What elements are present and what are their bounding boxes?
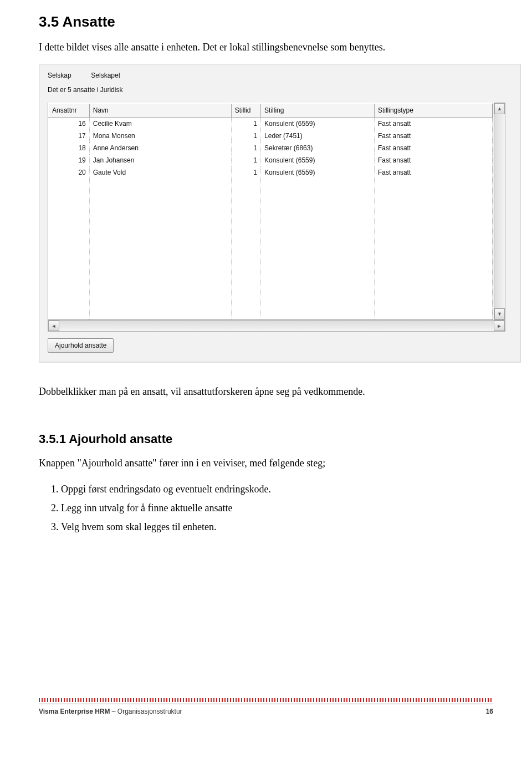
scroll-up-icon[interactable]: ▲ — [494, 103, 505, 114]
selskap-row: Selskap Selskapet — [48, 72, 512, 79]
scroll-left-icon[interactable]: ◄ — [48, 321, 59, 331]
table-row[interactable]: 16 Cecilie Kvam 1 Konsulent (6559) Fast … — [49, 118, 493, 130]
selskap-label: Selskap — [48, 72, 89, 79]
cell-stillingstype: Fast ansatt — [374, 118, 492, 130]
subsection-heading: 3.5.1 Ajourhold ansatte — [39, 432, 493, 446]
table-row[interactable]: 17 Mona Monsen 1 Leder (7451) Fast ansat… — [49, 130, 493, 142]
list-item: Velg hvem som skal legges til enheten. — [61, 517, 493, 536]
footer-decoration — [39, 698, 493, 702]
horizontal-scrollbar[interactable]: ◄ ► — [48, 320, 505, 332]
cell-stillingstype: Fast ansatt — [374, 154, 492, 166]
cell-stillid: 1 — [231, 154, 260, 166]
cell-ansattnr: 17 — [49, 130, 90, 142]
col-header-stillid[interactable]: Stillid — [231, 103, 260, 118]
scroll-down-icon[interactable]: ▼ — [494, 308, 505, 319]
footer-rule — [39, 704, 493, 704]
col-header-stilling[interactable]: Stilling — [261, 103, 375, 118]
col-header-stillingstype[interactable]: Stillingstype — [374, 103, 492, 118]
selskap-value: Selskapet — [91, 72, 120, 79]
cell-ansattnr: 19 — [49, 154, 90, 166]
step-list: Oppgi først endringsdato og eventuelt en… — [39, 480, 493, 537]
ajourhold-ansatte-button[interactable]: Ajourhold ansatte — [48, 338, 114, 353]
cell-navn: Gaute Vold — [89, 166, 231, 179]
cell-navn: Cecilie Kvam — [89, 118, 231, 130]
col-header-navn[interactable]: Navn — [89, 103, 231, 118]
app-screenshot-panel: Selskap Selskapet Det er 5 ansatte i Jur… — [39, 64, 521, 363]
vertical-scrollbar[interactable]: ▲ ▼ — [494, 103, 505, 320]
cell-ansattnr: 16 — [49, 118, 90, 130]
cell-stillid: 1 — [231, 130, 260, 142]
page-footer: Visma Enterprise HRM – Organisasjonsstru… — [39, 698, 493, 715]
grid-frame: Ansattnr Navn Stillid Stilling Stillings… — [48, 103, 505, 320]
list-item: Legg inn utvalg for å finne aktuelle ans… — [61, 499, 493, 517]
table-row[interactable]: 18 Anne Andersen 1 Sekretær (6863) Fast … — [49, 142, 493, 154]
subsection-intro: Knappen "Ajourhold ansatte" fører inn i … — [39, 456, 493, 470]
col-header-ansattnr[interactable]: Ansattnr — [49, 103, 90, 118]
cell-stillingstype: Fast ansatt — [374, 166, 492, 179]
section-heading: 3.5 Ansatte — [39, 13, 493, 30]
page-number: 16 — [486, 708, 493, 715]
cell-navn: Anne Andersen — [89, 142, 231, 154]
cell-stilling: Konsulent (6559) — [261, 154, 375, 166]
table-row[interactable]: 19 Jan Johansen 1 Konsulent (6559) Fast … — [49, 154, 493, 166]
after-panel-paragraph: Dobbelklikker man på en ansatt, vil ansa… — [39, 385, 493, 398]
table-header-row: Ansattnr Navn Stillid Stilling Stillings… — [49, 103, 493, 118]
intro-paragraph: I dette bildet vises alle ansatte i enhe… — [39, 40, 493, 54]
footer-left-rest: – Organisasjonsstruktur — [110, 708, 182, 715]
cell-stilling: Leder (7451) — [261, 130, 375, 142]
cell-stillingstype: Fast ansatt — [374, 130, 492, 142]
cell-stillingstype: Fast ansatt — [374, 142, 492, 154]
table-filler — [49, 179, 493, 319]
cell-navn: Mona Monsen — [89, 130, 231, 142]
list-item: Oppgi først endringsdato og eventuelt en… — [61, 480, 493, 499]
cell-ansattnr: 18 — [49, 142, 90, 154]
cell-stillid: 1 — [231, 118, 260, 130]
table-row[interactable]: 20 Gaute Vold 1 Konsulent (6559) Fast an… — [49, 166, 493, 179]
count-text: Det er 5 ansatte i Juridisk — [48, 86, 512, 94]
cell-navn: Jan Johansen — [89, 154, 231, 166]
cell-stillid: 1 — [231, 142, 260, 154]
ansatte-table: Ansattnr Navn Stillid Stilling Stillings… — [48, 103, 493, 319]
footer-left: Visma Enterprise HRM – Organisasjonsstru… — [39, 708, 182, 715]
cell-ansattnr: 20 — [49, 166, 90, 179]
grid-box: Ansattnr Navn Stillid Stilling Stillings… — [48, 103, 493, 320]
scroll-right-icon[interactable]: ► — [494, 321, 505, 331]
cell-stilling: Konsulent (6559) — [261, 166, 375, 179]
cell-stillid: 1 — [231, 166, 260, 179]
footer-left-bold: Visma Enterprise HRM — [39, 708, 110, 715]
cell-stilling: Sekretær (6863) — [261, 142, 375, 154]
cell-stilling: Konsulent (6559) — [261, 118, 375, 130]
